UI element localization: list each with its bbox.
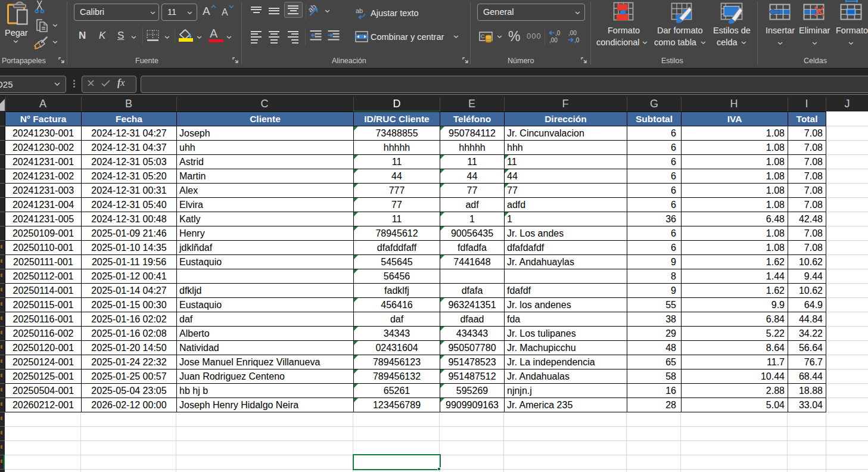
svg-text:,0: ,0 xyxy=(555,30,561,36)
svg-text:,0: ,0 xyxy=(574,37,580,44)
svg-text:ab: ab xyxy=(356,7,363,14)
svg-text:C: C xyxy=(481,33,485,39)
svg-text:,00: ,00 xyxy=(549,37,558,44)
svg-text:,00: ,00 xyxy=(568,30,577,36)
